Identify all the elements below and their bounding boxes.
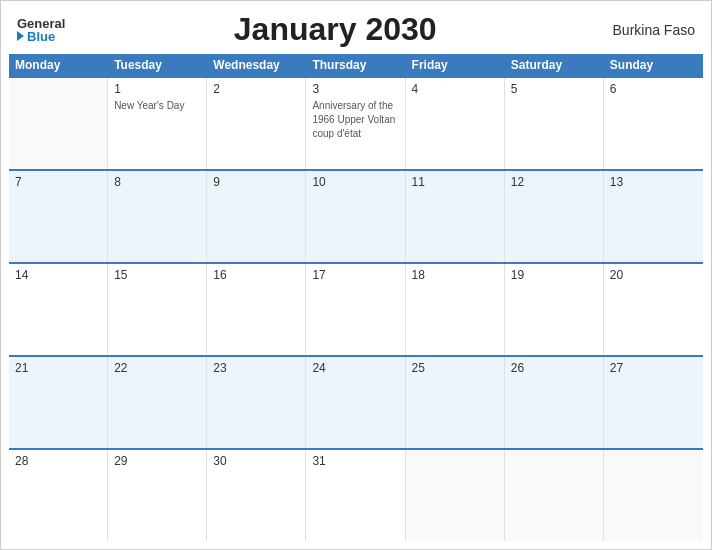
day-number: 24 [312,361,398,375]
event-label: New Year's Day [114,100,184,111]
day-number: 12 [511,175,597,189]
day-number: 7 [15,175,101,189]
day-number: 20 [610,268,697,282]
calendar-grid: MondayTuesdayWednesdayThursdayFridaySatu… [1,54,711,549]
day-headers-row: MondayTuesdayWednesdayThursdayFridaySatu… [9,54,703,76]
day-header-thursday: Thursday [306,54,405,76]
day-header-saturday: Saturday [505,54,604,76]
day-number: 4 [412,82,498,96]
day-cell: 28 [9,450,108,541]
day-cell: 9 [207,171,306,262]
day-cell: 6 [604,78,703,169]
day-header-sunday: Sunday [604,54,703,76]
day-number: 18 [412,268,498,282]
day-cell: 18 [406,264,505,355]
day-number: 25 [412,361,498,375]
day-cell: 4 [406,78,505,169]
day-cell: 11 [406,171,505,262]
day-number: 13 [610,175,697,189]
day-cell [406,450,505,541]
day-cell: 10 [306,171,405,262]
day-cell [505,450,604,541]
day-number: 19 [511,268,597,282]
day-cell: 13 [604,171,703,262]
day-number: 11 [412,175,498,189]
country-label: Burkina Faso [605,22,695,38]
day-cell: 29 [108,450,207,541]
day-cell: 20 [604,264,703,355]
day-cell: 5 [505,78,604,169]
day-number: 28 [15,454,101,468]
day-header-wednesday: Wednesday [207,54,306,76]
week-row-1: 1New Year's Day23Anniversary of the 1966… [9,76,703,169]
day-number: 14 [15,268,101,282]
day-number: 21 [15,361,101,375]
logo-general-text: General [17,17,65,30]
calendar-header: General Blue January 2030 Burkina Faso [1,1,711,54]
day-number: 17 [312,268,398,282]
week-row-5: 28293031 [9,448,703,541]
day-cell: 8 [108,171,207,262]
day-cell: 24 [306,357,405,448]
day-number: 23 [213,361,299,375]
day-cell [9,78,108,169]
day-number: 29 [114,454,200,468]
day-cell: 16 [207,264,306,355]
day-header-tuesday: Tuesday [108,54,207,76]
day-cell: 3Anniversary of the 1966 Upper Voltan co… [306,78,405,169]
day-number: 3 [312,82,398,96]
logo-triangle-icon [17,31,24,41]
day-header-monday: Monday [9,54,108,76]
day-number: 10 [312,175,398,189]
logo-blue-text: Blue [17,30,55,43]
day-cell: 25 [406,357,505,448]
day-number: 15 [114,268,200,282]
day-number: 30 [213,454,299,468]
day-cell: 15 [108,264,207,355]
day-cell: 22 [108,357,207,448]
logo: General Blue [17,17,65,43]
day-cell: 17 [306,264,405,355]
calendar-title: January 2030 [65,11,605,48]
day-number: 16 [213,268,299,282]
day-number: 5 [511,82,597,96]
day-number: 8 [114,175,200,189]
day-cell [604,450,703,541]
day-number: 6 [610,82,697,96]
day-cell: 26 [505,357,604,448]
day-header-friday: Friday [406,54,505,76]
day-number: 27 [610,361,697,375]
day-number: 9 [213,175,299,189]
event-label: Anniversary of the 1966 Upper Voltan cou… [312,100,395,139]
day-cell: 30 [207,450,306,541]
week-row-2: 78910111213 [9,169,703,262]
day-number: 2 [213,82,299,96]
day-cell: 7 [9,171,108,262]
day-number: 31 [312,454,398,468]
day-cell: 23 [207,357,306,448]
day-cell: 14 [9,264,108,355]
day-number: 26 [511,361,597,375]
day-cell: 27 [604,357,703,448]
day-cell: 19 [505,264,604,355]
calendar-container: General Blue January 2030 Burkina Faso M… [0,0,712,550]
week-row-3: 14151617181920 [9,262,703,355]
day-number: 22 [114,361,200,375]
day-cell: 2 [207,78,306,169]
day-cell: 1New Year's Day [108,78,207,169]
week-row-4: 21222324252627 [9,355,703,448]
day-cell: 12 [505,171,604,262]
day-cell: 21 [9,357,108,448]
day-number: 1 [114,82,200,96]
day-cell: 31 [306,450,405,541]
weeks-container: 1New Year's Day23Anniversary of the 1966… [9,76,703,541]
